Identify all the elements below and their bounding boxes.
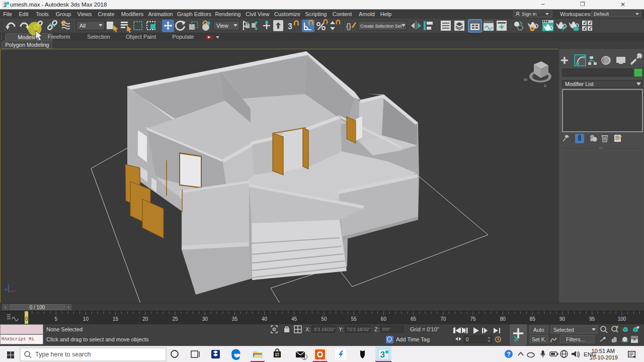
svg-text:0'0": 0'0" (382, 326, 390, 332)
svg-text:Z:: Z: (374, 326, 379, 332)
svg-text:100: 100 (618, 316, 626, 322)
svg-text:S: S (544, 83, 546, 88)
svg-text:?: ? (507, 351, 511, 358)
svg-text:85: 85 (530, 316, 536, 322)
svg-text:75: 75 (470, 316, 476, 322)
svg-text:Set K.: Set K. (532, 336, 546, 342)
svg-text:65: 65 (411, 316, 417, 322)
svg-text:60: 60 (381, 316, 387, 322)
svg-text:3: 3 (4, 2, 7, 9)
svg-text:10-10-2019: 10-10-2019 (590, 354, 618, 360)
svg-text:Filters...: Filters... (566, 336, 585, 342)
svg-text:Y: Y (5, 288, 8, 292)
svg-text:All: All (79, 23, 86, 29)
svg-text:50: 50 (321, 316, 327, 322)
svg-text:5'3 15/32": 5'3 15/32" (314, 326, 335, 332)
svg-text:Type here to search: Type here to search (35, 351, 91, 358)
svg-text:20: 20 (142, 316, 148, 322)
svg-text:3: 3 (380, 350, 385, 359)
svg-text:0: 0 (466, 337, 469, 342)
svg-text:40: 40 (262, 316, 268, 322)
svg-text:Add Time Tag: Add Time Tag (396, 336, 430, 342)
svg-text:5: 5 (54, 316, 57, 322)
svg-text:70: 70 (440, 316, 446, 322)
svg-text:Grid = 0'10": Grid = 0'10" (410, 326, 439, 332)
svg-text:15: 15 (113, 316, 119, 322)
svg-text:View: View (216, 23, 228, 29)
svg-text:80: 80 (500, 316, 506, 322)
svg-text:W: W (524, 77, 528, 82)
svg-text:Create Selection Set: Create Selection Set (360, 24, 402, 29)
svg-text:{}: {} (346, 22, 351, 30)
svg-text:55: 55 (351, 316, 357, 322)
svg-text:72'3 18/32": 72'3 18/32" (347, 326, 370, 332)
svg-text:30: 30 (202, 316, 208, 322)
svg-text:Selected: Selected (553, 327, 574, 333)
svg-text:Y:: Y: (339, 326, 344, 332)
svg-text:Sign In: Sign In (522, 11, 537, 17)
svg-text:3: 3 (288, 22, 292, 31)
svg-text:45: 45 (291, 316, 297, 322)
svg-text:Modifier List: Modifier List (565, 81, 594, 87)
svg-text:X:: X: (305, 326, 310, 332)
svg-text:90: 90 (559, 316, 566, 322)
svg-text:35: 35 (232, 316, 238, 322)
svg-text:0: 0 (25, 316, 28, 322)
svg-text:95: 95 (589, 316, 595, 322)
svg-text:10: 10 (83, 316, 89, 322)
svg-text:1: 1 (303, 355, 306, 360)
svg-text:25: 25 (172, 316, 178, 322)
svg-text:Auto: Auto (533, 327, 544, 333)
svg-text:10:51 AM: 10:51 AM (592, 348, 615, 354)
svg-text:Default: Default (594, 11, 609, 17)
